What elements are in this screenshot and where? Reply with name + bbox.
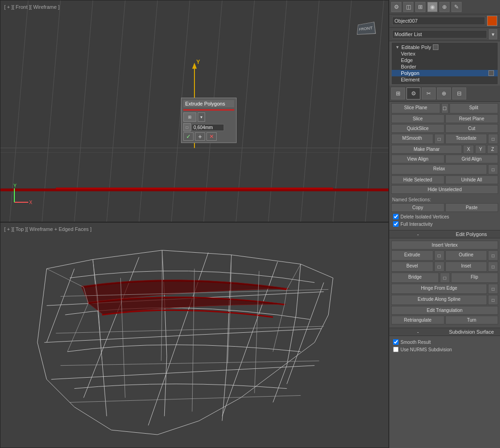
tree-label-editable-poly: Editable Poly bbox=[401, 44, 431, 50]
hinge-from-edge-btn[interactable]: Hinge From Edge bbox=[391, 284, 487, 294]
tessellate-btn[interactable]: Tessellate bbox=[445, 134, 488, 144]
tree-checkbox-polygon[interactable] bbox=[488, 70, 494, 76]
tree-checkbox-editable-poly[interactable] bbox=[433, 44, 438, 50]
extrude-cancel-btn[interactable]: ✕ bbox=[206, 132, 217, 141]
gear-icon-btn[interactable]: ⚙ bbox=[391, 2, 401, 12]
panel-header-icons: ⚙ ◫ ⊞ ◉ ⊕ ✎ bbox=[389, 0, 500, 14]
extrude-title: Extrude Polygons bbox=[183, 100, 234, 107]
edit-polygons-divider[interactable]: - Edit Polygons bbox=[389, 230, 500, 238]
svg-rect-15 bbox=[56, 187, 333, 189]
tab-btn-3[interactable]: ✂ bbox=[422, 87, 436, 100]
bevel-settings[interactable]: □ bbox=[434, 261, 444, 272]
viewport-gizmo: FRONT bbox=[351, 14, 379, 42]
hide-unselected-btn[interactable]: Hide Unselected bbox=[391, 185, 498, 194]
tessellate-settings[interactable]: □ bbox=[488, 134, 498, 144]
grid-align-btn[interactable]: Grid Align bbox=[445, 155, 499, 163]
viewport-bottom-label: [ + ][ Top ][ Wireframe + Edged Faces ] bbox=[4, 226, 92, 232]
relax-settings[interactable]: □ bbox=[488, 164, 498, 174]
motion-icon-btn[interactable]: ◉ bbox=[427, 2, 438, 12]
object-color-swatch[interactable] bbox=[487, 16, 497, 26]
hide-selected-btn[interactable]: Hide Selected bbox=[391, 175, 444, 184]
subdivision-divider[interactable]: - Subdivision Surface bbox=[389, 328, 500, 336]
x-btn[interactable]: X bbox=[463, 145, 474, 154]
tree-label-edge: Edge bbox=[401, 57, 413, 63]
slice-plane-btn[interactable]: Slice Plane bbox=[391, 103, 440, 113]
flip-btn[interactable]: Flip bbox=[451, 273, 499, 283]
full-interactivity-checkbox[interactable] bbox=[393, 221, 399, 227]
relax-btn[interactable]: Relax bbox=[391, 164, 487, 174]
insert-vertex-btn[interactable]: Insert Vertex bbox=[391, 241, 498, 249]
cut-btn[interactable]: Cut bbox=[445, 124, 499, 133]
inset-settings[interactable]: □ bbox=[488, 261, 498, 272]
split-btn[interactable]: Split bbox=[450, 103, 499, 113]
delete-isolated-row: Delete Isolated Vertices bbox=[391, 213, 498, 220]
utility-icon-btn[interactable]: ⊕ bbox=[439, 2, 450, 12]
bevel-btn[interactable]: Bevel bbox=[391, 261, 433, 272]
hierarchy-icon-btn[interactable]: ⊞ bbox=[415, 2, 425, 12]
msmooth-settings[interactable]: □ bbox=[434, 134, 444, 144]
use-nurms-checkbox[interactable] bbox=[393, 347, 399, 352]
tree-item-edge[interactable]: Edge bbox=[392, 57, 498, 63]
full-interactivity-label: Full Interactivity bbox=[400, 222, 432, 227]
tree-label-element: Element bbox=[401, 77, 419, 82]
bridge-btn[interactable]: Bridge bbox=[391, 273, 439, 283]
smooth-result-row: Smooth Result bbox=[391, 338, 498, 346]
extrude-settings[interactable]: □ bbox=[434, 250, 444, 261]
split-checkbox[interactable]: ☐ bbox=[441, 103, 449, 113]
outline-settings[interactable]: □ bbox=[488, 250, 498, 261]
smooth-result-label: Smooth Result bbox=[400, 340, 431, 345]
outline-btn[interactable]: Outline bbox=[445, 250, 488, 261]
tab-btn-1[interactable]: ⊞ bbox=[391, 87, 405, 100]
svg-text:Y: Y bbox=[196, 59, 200, 65]
extrude-confirm-btn[interactable]: ✓ bbox=[183, 132, 194, 141]
svg-text:Y: Y bbox=[13, 184, 17, 188]
bridge-settings[interactable]: □ bbox=[440, 273, 450, 283]
retriangulate-btn[interactable]: Retriangulate bbox=[391, 316, 444, 324]
extrude-along-spline-btn[interactable]: Extrude Along Spline bbox=[391, 295, 487, 305]
viewport-top[interactable]: [ + ][ Top ][ Wireframe + Edged Faces ] bbox=[0, 222, 389, 448]
tree-item-polygon[interactable]: Polygon bbox=[392, 70, 498, 76]
view-align-btn[interactable]: View Align bbox=[391, 155, 444, 163]
display-icon-btn[interactable]: ◫ bbox=[403, 2, 413, 12]
slice-btn[interactable]: Slice bbox=[391, 114, 444, 123]
object-name-input[interactable] bbox=[392, 17, 485, 25]
tree-label-vertex: Vertex bbox=[401, 51, 415, 56]
edit-polygons-label: Edit Polygons bbox=[445, 231, 499, 237]
modifier-list-input[interactable] bbox=[392, 30, 487, 38]
subdivision-label: Subdivision Surface bbox=[445, 329, 499, 335]
paste-btn[interactable]: Paste bbox=[445, 203, 499, 212]
tree-item-border[interactable]: Border bbox=[392, 63, 498, 70]
quickslice-btn[interactable]: QuickSlice bbox=[391, 124, 444, 133]
tree-expand-icon: ▼ bbox=[395, 45, 400, 50]
copy-btn[interactable]: Copy bbox=[391, 203, 444, 212]
inset-btn[interactable]: Inset bbox=[445, 261, 488, 272]
tree-item-vertex[interactable]: Vertex bbox=[392, 50, 498, 57]
viewport-front[interactable]: [ + ][ Front ][ Wireframe ] bbox=[0, 0, 389, 222]
edit-triangulation-btn[interactable]: Edit Triangulation bbox=[391, 306, 498, 315]
extrude-spline-settings[interactable]: □ bbox=[488, 295, 498, 305]
extrude-value-input[interactable] bbox=[192, 124, 224, 131]
smooth-result-checkbox[interactable] bbox=[393, 339, 399, 345]
extrude-arrow-btn[interactable]: ▼ bbox=[198, 112, 205, 122]
tab-btn-2[interactable]: ⚙ bbox=[406, 87, 420, 100]
tree-item-element[interactable]: Element bbox=[392, 76, 498, 83]
named-selections-label: Named Selections: bbox=[389, 196, 500, 203]
tree-item-editable-poly[interactable]: ▼ Editable Poly bbox=[392, 44, 498, 50]
tab-btn-5[interactable]: ⊟ bbox=[452, 87, 466, 100]
tab-btn-4[interactable]: ⊕ bbox=[437, 87, 451, 100]
unhide-all-btn[interactable]: Unhide All bbox=[445, 175, 499, 184]
extrude-type-btn[interactable]: ⊞ bbox=[183, 112, 196, 122]
reset-plane-btn[interactable]: Reset Plane bbox=[445, 114, 499, 123]
make-planar-btn[interactable]: Make Planar bbox=[391, 145, 462, 154]
extrude-add-btn[interactable]: + bbox=[195, 132, 205, 141]
modifier-dropdown-arrow[interactable]: ▼ bbox=[489, 29, 497, 39]
delete-isolated-checkbox[interactable] bbox=[393, 214, 399, 219]
msmooth-btn[interactable]: MSmooth bbox=[391, 134, 433, 144]
hinge-settings[interactable]: □ bbox=[488, 284, 498, 294]
extrude-btn[interactable]: Extrude bbox=[391, 250, 433, 261]
y-btn[interactable]: Y bbox=[475, 145, 486, 154]
extra-icon-btn[interactable]: ✎ bbox=[451, 2, 462, 12]
turn-btn[interactable]: Turn bbox=[445, 316, 499, 324]
z-btn[interactable]: Z bbox=[487, 145, 498, 154]
tab-row: ⊞ ⚙ ✂ ⊕ ⊟ bbox=[389, 86, 500, 102]
